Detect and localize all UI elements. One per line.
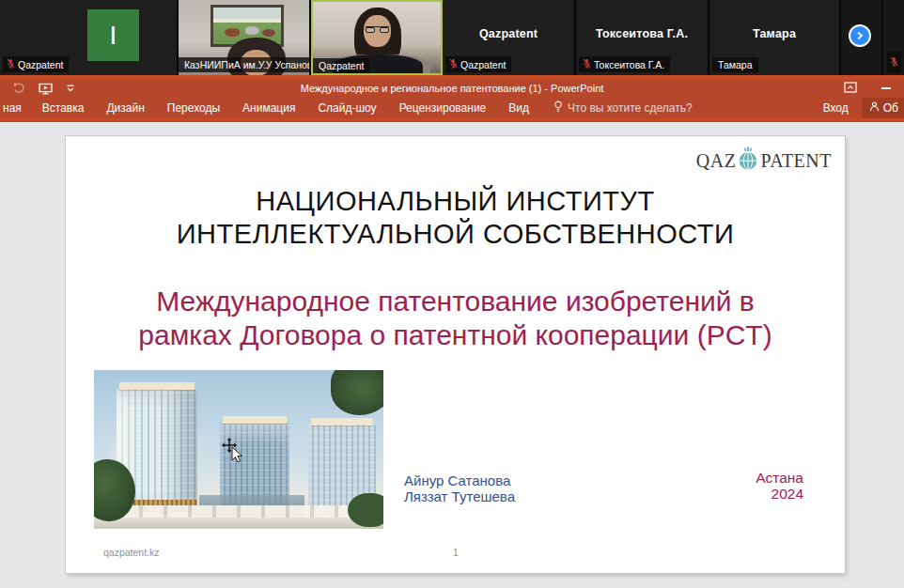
participant-name-chip: Qazpatent xyxy=(3,56,69,72)
participant-name-chip: Qazpatent xyxy=(445,56,511,72)
qazpatent-emblem-icon xyxy=(736,147,760,176)
subtitle-line2: рамках Договора о патентной кооперации (… xyxy=(138,319,772,350)
author-name: Ляззат Тутешева xyxy=(404,488,515,504)
tab-animations[interactable]: Анимация xyxy=(231,101,306,115)
sign-in-button[interactable]: Вход xyxy=(823,101,849,115)
lightbulb-icon xyxy=(553,101,563,116)
tab-transitions[interactable]: Переходы xyxy=(156,101,231,115)
participant-name: Тамара xyxy=(718,59,753,70)
move-cursor-icon xyxy=(222,438,246,468)
shared-screen: I Qazpatent КазНИИПиА им.У.У Успанова xyxy=(0,0,904,588)
authors-block: Айнур Сатанова Ляззат Тутешева xyxy=(404,472,515,504)
participant-name: Qazpatent xyxy=(460,59,506,70)
minimize-button[interactable] xyxy=(881,87,891,89)
participant-name-chip: Токсеитова Г.А. xyxy=(579,56,670,72)
powerpoint-title-bar: Международное и региональное патентовани… xyxy=(0,79,904,98)
mic-muted-icon xyxy=(583,58,591,70)
tab-insert[interactable]: Вставка xyxy=(31,101,96,115)
participant-name-chip: Тамара xyxy=(712,57,758,72)
mic-muted-icon xyxy=(7,58,15,70)
tab-home-partial[interactable]: ная xyxy=(0,101,31,115)
slide-page-number: 1 xyxy=(453,547,459,558)
participant-name: КазНИИПиА им.У.У Успанова xyxy=(184,59,311,70)
avatar: I xyxy=(87,9,139,61)
ribbon-display-options-icon[interactable] xyxy=(844,80,857,97)
window-controls xyxy=(844,79,904,98)
year-label: 2024 xyxy=(772,486,803,502)
mic-muted-icon xyxy=(890,54,898,70)
participant-name: Токсеитова Г.А. xyxy=(594,59,664,70)
tab-design[interactable]: Дизайн xyxy=(95,101,155,115)
share-button[interactable]: Об xyxy=(862,98,904,118)
institute-title-line2: ИНТЕЛЛЕКТУАЛЬНОЙ СОБСТВЕННОСТИ xyxy=(177,219,735,249)
participant-name: Qazpatent xyxy=(18,59,63,70)
subtitle-line1: Международное патентование изобретений в xyxy=(156,286,755,317)
participant-name-chip: КазНИИПиА им.У.У Успанова xyxy=(179,57,311,72)
participant-display-name: Qazpatent xyxy=(443,27,574,40)
slide-canvas: QAZ PATENT НАЦИОНАЛЬНЫЙ ИНСТИТУТ ИНТЕЛЛЕ… xyxy=(66,136,845,573)
presentation-subtitle: Международное патентование изобретений в… xyxy=(66,285,845,352)
institute-title-line1: НАЦИОНАЛЬНЫЙ ИНСТИТУТ xyxy=(256,186,654,216)
share-label: Об xyxy=(883,101,898,115)
mic-muted-icon xyxy=(449,58,458,70)
participant-name-chip: Qazpatent xyxy=(313,58,369,73)
next-participants-button[interactable] xyxy=(849,24,871,47)
institute-title: НАЦИОНАЛЬНЫЙ ИНСТИТУТ ИНТЕЛЛЕКТУАЛЬНОЙ С… xyxy=(66,185,845,251)
participant-tile-partial[interactable] xyxy=(841,0,904,75)
participant-tile[interactable]: I Qazpatent xyxy=(0,0,179,75)
logo-text-suffix: PATENT xyxy=(760,150,832,172)
tab-view[interactable]: Вид xyxy=(497,101,540,115)
place-year-block: Астана 2024 xyxy=(756,470,803,502)
tile-divider xyxy=(881,0,883,75)
participant-tile[interactable]: КазНИИПиА им.У.У Успанова xyxy=(179,0,311,75)
buildings-photo xyxy=(94,370,383,529)
slide-editing-area: QAZ PATENT НАЦИОНАЛЬНЫЙ ИНСТИТУТ ИНТЕЛЛЕ… xyxy=(0,122,904,588)
chevron-right-icon xyxy=(855,27,865,44)
participant-name: Qazpatent xyxy=(319,60,364,71)
participant-display-name: Тамара xyxy=(709,27,839,40)
window-title: Международное и региональное патентовани… xyxy=(0,83,904,94)
participant-name-chip xyxy=(887,52,901,72)
participant-tile[interactable]: Тамара Тамара xyxy=(709,0,841,75)
participant-display-name: Токсеитова Г.А. xyxy=(576,27,708,40)
zoom-participant-strip: I Qazpatent КазНИИПиА им.У.У Успанова xyxy=(0,0,904,75)
author-name: Айнур Сатанова xyxy=(404,472,510,488)
avatar-initial: I xyxy=(110,21,117,51)
participant-tile[interactable]: Qazpatent Qazpatent xyxy=(443,0,576,75)
logo-text-prefix: QAZ xyxy=(696,150,737,172)
tab-review[interactable]: Рецензирование xyxy=(388,101,498,115)
qazpatent-logo: QAZ PATENT xyxy=(696,147,832,176)
tell-me-search[interactable]: Что вы хотите сделать? xyxy=(553,101,693,116)
tab-slideshow[interactable]: Слайд-шоу xyxy=(306,101,387,115)
participant-tile-active-speaker[interactable]: Qazpatent xyxy=(311,0,443,75)
user-icon xyxy=(869,101,880,115)
place-label: Астана xyxy=(756,470,803,486)
participant-tile[interactable]: Токсеитова Г.А. Токсеитова Г.А. xyxy=(576,0,709,75)
ribbon-tab-bar: ная Вставка Дизайн Переходы Анимация Сла… xyxy=(0,98,904,118)
slide-footer-url: qazpatent.kz xyxy=(103,547,160,558)
tell-me-label: Что вы хотите сделать? xyxy=(568,101,693,115)
